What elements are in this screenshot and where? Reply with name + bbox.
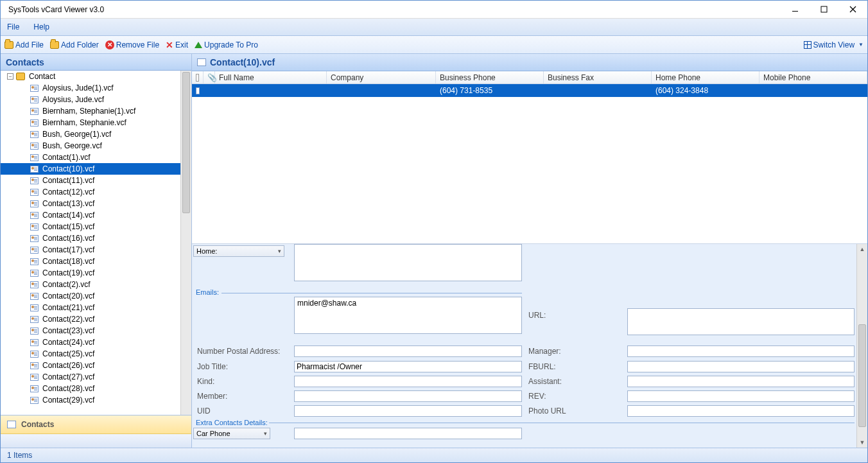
contact-card-icon <box>30 143 39 150</box>
tree-item[interactable]: Aloysius, Jude(1).vcf <box>1 82 180 94</box>
url-label: URL: <box>528 311 546 320</box>
contact-card-icon <box>30 166 39 173</box>
tree-item[interactable]: Contact(10).vcf <box>1 163 180 175</box>
scroll-down-icon[interactable]: ▼ <box>857 437 867 448</box>
tree-item[interactable]: Contact(12).vcf <box>1 186 180 198</box>
contact-card-icon <box>30 374 39 381</box>
collapse-icon[interactable]: − <box>7 73 13 80</box>
tree-item[interactable]: Biernham, Stephanie.vcf <box>1 117 180 128</box>
url-textarea[interactable] <box>627 308 855 335</box>
tree-item[interactable]: Contact(17).vcf <box>1 244 180 256</box>
col-business-phone[interactable]: Business Phone <box>436 71 544 83</box>
tree-item[interactable]: Contact(24).vcf <box>1 336 180 348</box>
tree-item[interactable]: Contact(25).vcf <box>1 348 180 360</box>
tree-item[interactable]: Contact(11).vcf <box>1 175 180 186</box>
chevron-down-icon: ▾ <box>278 248 281 254</box>
file-header-title: Contact(10).vcf <box>210 57 275 67</box>
emails-textarea[interactable]: mnider@shaw.ca <box>294 297 522 334</box>
member-label: Member: <box>197 392 227 401</box>
col-full-name[interactable]: Full Name <box>215 71 327 83</box>
tree-item[interactable]: Contact(22).vcf <box>1 313 180 325</box>
address-type-select[interactable]: Home:▾ <box>193 245 284 257</box>
manager-input[interactable] <box>627 345 855 357</box>
tree-item[interactable]: Contact(2).vcf <box>1 279 180 290</box>
tree-item[interactable]: Contact(20).vcf <box>1 290 180 302</box>
scrollbar-thumb[interactable] <box>858 324 866 427</box>
member-input[interactable] <box>294 390 522 402</box>
photo-url-input[interactable] <box>627 405 855 417</box>
exit-button[interactable]: ✕Exit <box>166 40 188 50</box>
scroll-up-icon[interactable]: ▲ <box>857 244 867 254</box>
details-content[interactable]: Home:▾ Emails: mnider@shaw.ca URL: Numbe… <box>192 244 856 448</box>
contact-card-icon <box>30 397 39 404</box>
col-business-fax[interactable]: Business Fax <box>544 71 652 83</box>
close-button[interactable] <box>838 1 867 19</box>
tree-item[interactable]: Aloysius, Jude.vcf <box>1 94 180 105</box>
menu-help[interactable]: Help <box>33 22 49 31</box>
chevron-down-icon: ▾ <box>264 430 267 437</box>
tree-item[interactable]: Biernham, Stephanie(1).vcf <box>1 105 180 117</box>
tree-item-label: Contact(26).vcf <box>41 361 96 370</box>
tree-item-label: Contact(28).vcf <box>41 384 96 393</box>
tree-item[interactable]: Contact(19).vcf <box>1 267 180 279</box>
col-mobile-phone[interactable]: Mobile Phone <box>759 71 867 83</box>
details-scrollbar[interactable]: ▲ ▼ <box>856 244 867 448</box>
tree-item[interactable]: Contact(13).vcf <box>1 198 180 209</box>
tree-item[interactable]: Bush, George.vcf <box>1 140 180 152</box>
add-folder-button[interactable]: Add Folder <box>50 40 99 49</box>
kind-input[interactable] <box>294 376 522 387</box>
tree-item[interactable]: Contact(14).vcf <box>1 209 180 221</box>
tree-item[interactable]: Contact(28).vcf <box>1 383 180 394</box>
col-icon[interactable] <box>192 71 204 83</box>
extra-value-input[interactable] <box>294 428 522 439</box>
window-title: SysTools vCard Viewer v3.0 <box>8 5 104 14</box>
tree-root-folder[interactable]: −Contact <box>1 71 180 82</box>
minimize-button[interactable] <box>781 1 810 19</box>
uid-label: UID <box>197 406 211 415</box>
add-folder-label: Add Folder <box>61 40 99 49</box>
uid-input[interactable] <box>294 405 522 417</box>
grid-row[interactable]: (604) 731-8535 (604) 324-3848 <box>192 84 867 97</box>
contact-card-icon <box>30 200 39 207</box>
sidebar-scrollbar[interactable] <box>180 71 191 415</box>
assistant-input[interactable] <box>627 376 855 387</box>
nav-contacts[interactable]: Contacts <box>1 415 191 434</box>
extra-type-select[interactable]: Car Phone▾ <box>193 428 270 439</box>
tree-item[interactable]: Contact(18).vcf <box>1 256 180 267</box>
tree-item-label: Biernham, Stephanie.vcf <box>41 118 128 127</box>
tree-item[interactable]: Contact(26).vcf <box>1 360 180 371</box>
nav-overflow-bar[interactable] <box>1 434 191 448</box>
rev-input[interactable] <box>627 390 855 402</box>
tree-item[interactable]: Contact(15).vcf <box>1 221 180 232</box>
fburl-input[interactable] <box>627 361 855 372</box>
upgrade-button[interactable]: Upgrade To Pro <box>195 40 258 49</box>
job-title-input[interactable]: Pharmacist /Owner <box>294 361 522 372</box>
contact-card-icon <box>30 247 39 254</box>
tree-item[interactable]: Contact(16).vcf <box>1 232 180 244</box>
tree-item[interactable]: Contact(1).vcf <box>1 152 180 163</box>
tree-item[interactable]: Contact(29).vcf <box>1 394 180 406</box>
switch-view-label: Switch View <box>813 40 855 49</box>
num-postal-input[interactable] <box>294 345 522 357</box>
add-file-button[interactable]: Add File <box>4 40 44 49</box>
col-attachment[interactable]: 📎 <box>204 71 215 83</box>
switch-view-button[interactable]: Switch View▼ <box>804 40 864 49</box>
maximize-button[interactable] <box>810 1 838 19</box>
address-textarea[interactable] <box>294 244 522 281</box>
grid-body[interactable]: (604) 731-8535 (604) 324-3848 <box>192 84 867 243</box>
remove-file-button[interactable]: ✕Remove File <box>105 40 159 49</box>
tree-item[interactable]: Contact(23).vcf <box>1 325 180 336</box>
col-home-phone[interactable]: Home Phone <box>652 71 759 83</box>
tree-item-label: Contact(27).vcf <box>41 372 96 381</box>
contact-tree[interactable]: −ContactAloysius, Jude(1).vcfAloysius, J… <box>1 71 180 415</box>
menu-file[interactable]: File <box>7 22 19 31</box>
remove-icon: ✕ <box>105 40 114 49</box>
tree-item[interactable]: Contact(21).vcf <box>1 302 180 313</box>
tree-item[interactable]: Contact(27).vcf <box>1 371 180 383</box>
tree-item[interactable]: Bush, George(1).vcf <box>1 128 180 140</box>
upgrade-label: Upgrade To Pro <box>204 40 258 49</box>
sidebar: Contacts −ContactAloysius, Jude(1).vcfAl… <box>1 54 192 448</box>
scrollbar-thumb[interactable] <box>182 72 190 213</box>
col-company[interactable]: Company <box>327 71 436 83</box>
address-type-value: Home: <box>196 247 217 255</box>
